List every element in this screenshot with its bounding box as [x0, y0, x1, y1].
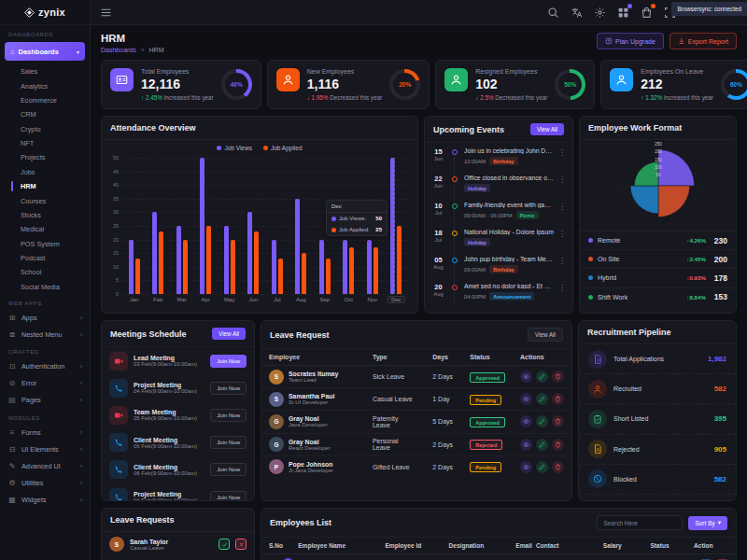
view-button[interactable] — [520, 461, 532, 473]
bar — [152, 212, 157, 294]
sidebar-item-nft[interactable]: NFT — [0, 136, 90, 150]
sidebar-item-hrm[interactable]: HRM — [0, 179, 90, 193]
breadcrumb: Dashboards » HRM — [101, 47, 164, 53]
logo[interactable]: zynix — [0, 0, 90, 25]
edit-button[interactable] — [536, 371, 548, 383]
delete-button[interactable] — [552, 371, 564, 383]
delete-button[interactable] — [552, 393, 564, 405]
sidebar-item-apps[interactable]: ⊞Apps› — [0, 309, 90, 326]
event-month: Jun — [431, 156, 445, 161]
shopping-bag-icon[interactable] — [641, 7, 653, 19]
sidebar-item-advanced-ui[interactable]: ✎Advanced UI› — [0, 457, 90, 474]
sidebar-item-ui-elements[interactable]: ⊟UI Elements› — [0, 441, 90, 457]
brand-name: zynix — [38, 7, 65, 18]
employees-column-header: Email — [515, 542, 532, 549]
leave-request-row: GGray NoalJava DeveloperPaternity Leave5… — [261, 411, 571, 433]
forms-icon: ≡ — [7, 428, 17, 437]
breadcrumb-dashboards[interactable]: Dashboards — [101, 47, 136, 53]
main: Browsersync: connected HRM Dashboards » … — [91, 0, 747, 560]
meetings-view-all-button[interactable]: View All — [212, 328, 246, 340]
join-now-button[interactable]: Join Now — [210, 491, 247, 501]
leave-request-view-all-button[interactable]: View All — [528, 328, 563, 342]
join-now-button[interactable]: Join Now — [210, 463, 247, 476]
svg-text:100: 100 — [655, 165, 662, 170]
hamburger-menu-icon[interactable] — [100, 7, 112, 19]
grid-icon: ⊞ — [7, 314, 17, 322]
legend-item: Job Applied — [263, 145, 303, 151]
chevron-right-icon: › — [80, 380, 82, 386]
employees-sort-button[interactable]: Sort By▾ — [688, 516, 727, 530]
sidebar-item-dashboards[interactable]: ⌂ Dashboards ▾ — [5, 42, 85, 61]
sidebar-item-crm[interactable]: CRM — [0, 107, 90, 121]
meeting-time: 04 Feb(9:00am-10:00am) — [134, 497, 204, 501]
sidebar-item-widgets[interactable]: ▦Widgets› — [0, 492, 90, 509]
sidebar-item-ecommerce[interactable]: Ecommerce — [0, 93, 90, 107]
sidebar-item-social-media[interactable]: Social Media — [0, 280, 90, 294]
topbar: Browsersync: connected — [91, 0, 747, 25]
edit-button[interactable] — [536, 393, 548, 405]
settings-gear-icon[interactable] — [594, 7, 606, 19]
sidebar-item-pages[interactable]: ▤Pages› — [0, 392, 90, 409]
employees-search-input[interactable] — [597, 515, 683, 530]
more-options-icon[interactable]: ⋮ — [558, 256, 566, 273]
join-now-button[interactable]: Join Now — [210, 409, 247, 422]
tooltip-crosshair — [394, 158, 395, 294]
sidebar-item-forms[interactable]: ≡Forms› — [0, 424, 90, 441]
sidebar-item-podcast[interactable]: Podcast — [0, 251, 90, 265]
leave-request-row: SSocrates ItumayTeam LeadSick Leave2 Day… — [261, 366, 571, 388]
more-options-icon[interactable]: ⋮ — [558, 229, 566, 246]
more-options-icon[interactable]: ⋮ — [558, 175, 566, 192]
edit-button[interactable] — [536, 461, 548, 473]
chevron-right-icon: › — [80, 397, 82, 403]
search-icon[interactable] — [547, 7, 559, 19]
apps-grid-icon[interactable] — [617, 7, 629, 19]
sidebar-item-projects[interactable]: Projects — [0, 150, 90, 164]
bar — [295, 199, 300, 294]
employees-column-header: Action — [694, 542, 728, 549]
sidebar-item-utilities[interactable]: ⚙Utilities› — [0, 475, 90, 492]
more-options-icon[interactable]: ⋮ — [558, 283, 566, 301]
delete-button[interactable] — [552, 461, 564, 473]
stat-value: 102 — [475, 77, 547, 91]
event-day: 15 — [431, 147, 445, 156]
sidebar-item-analytics[interactable]: Analytics — [0, 78, 90, 92]
edit-button[interactable] — [536, 415, 548, 427]
bag-badge — [651, 4, 655, 8]
sidebar-item-stocks[interactable]: Stocks — [0, 208, 90, 222]
join-now-button[interactable]: Join Now — [210, 355, 247, 368]
join-now-button[interactable]: Join Now — [210, 382, 247, 395]
approve-button[interactable] — [218, 539, 230, 550]
events-view-all-button[interactable]: View All — [530, 123, 564, 135]
sidebar-item-medical[interactable]: Medical — [0, 222, 90, 236]
sidebar-item-school[interactable]: School — [0, 265, 90, 279]
sidebar-item-error[interactable]: ⊘Error› — [0, 375, 90, 392]
export-report-button[interactable]: Export Report — [669, 33, 737, 49]
sidebar-item-nested-menu[interactable]: ≣Nested Menu› — [0, 326, 90, 343]
delete-button[interactable] — [552, 415, 564, 427]
sidebar-item-authentication[interactable]: ⊡Authentication› — [0, 357, 90, 374]
x-tick: Feb — [153, 297, 162, 302]
edit-button[interactable] — [536, 439, 548, 451]
more-options-icon[interactable]: ⋮ — [558, 202, 566, 219]
chevron-down-icon: ▾ — [77, 49, 79, 55]
more-options-icon[interactable]: ⋮ — [558, 147, 566, 165]
sidebar-item-pos-system[interactable]: POS System — [0, 237, 90, 251]
work-format-delta: ↑2.45% — [686, 256, 706, 262]
view-button[interactable] — [520, 439, 532, 451]
doc-icon — [588, 440, 607, 458]
view-button[interactable] — [520, 371, 532, 383]
reject-button[interactable] — [235, 539, 247, 550]
sidebar-item-sales[interactable]: Sales — [0, 64, 90, 78]
x-tick: Sep — [319, 297, 330, 302]
join-now-button[interactable]: Join Now — [210, 436, 247, 449]
sidebar-item-jobs[interactable]: Jobs — [0, 165, 90, 179]
sidebar-item-crypto[interactable]: Crypto — [0, 122, 90, 136]
view-button[interactable] — [520, 393, 532, 405]
view-button[interactable] — [520, 415, 532, 427]
sidebar-item-courses[interactable]: Courses — [0, 193, 90, 207]
plan-upgrade-button[interactable]: Plan Upgrade — [597, 33, 664, 49]
translate-icon[interactable] — [571, 7, 583, 19]
delete-button[interactable] — [552, 439, 564, 451]
page-title: HRM — [101, 33, 164, 44]
status-badge: Pending — [470, 395, 501, 405]
